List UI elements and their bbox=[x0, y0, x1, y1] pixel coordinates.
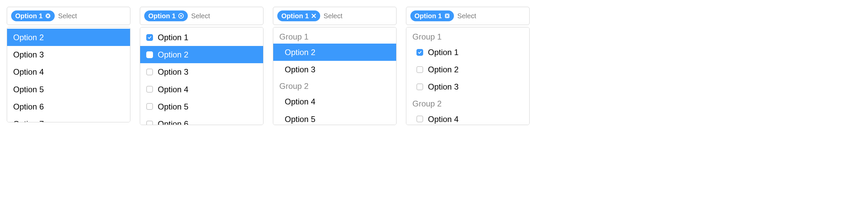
checkbox-icon bbox=[146, 103, 153, 110]
option-item[interactable]: Option 3 bbox=[406, 78, 529, 95]
checkbox-icon bbox=[416, 49, 423, 56]
checkbox-icon bbox=[416, 116, 423, 122]
option-item[interactable]: Option 6 bbox=[7, 98, 130, 115]
option-item[interactable]: Option 4 bbox=[273, 93, 396, 110]
option-item[interactable]: Option 3 bbox=[140, 63, 263, 80]
group-label: Group 1 bbox=[406, 29, 529, 44]
multiselect-grouped-checkbox: Option 1 Select Group 1 Option 1 Option … bbox=[406, 7, 530, 125]
checkbox-icon bbox=[146, 86, 153, 93]
checkbox-icon bbox=[146, 51, 153, 58]
option-item[interactable]: Option 3 bbox=[7, 46, 130, 63]
multiselect-grouped: Option 1 Select Group 1 Option 2 Option … bbox=[273, 7, 397, 125]
multiselect-simple: Option 1 Select Option 2 Option 3 Option… bbox=[7, 7, 130, 122]
remove-tag-icon[interactable] bbox=[444, 13, 450, 19]
multiselect-checkbox: Option 1 Select Option 1 Option 2 Option… bbox=[140, 7, 263, 125]
option-item[interactable]: Option 4 bbox=[140, 81, 263, 98]
dropdown-list[interactable]: Group 1 Option 2 Option 3 Group 2 Option… bbox=[273, 27, 397, 125]
option-item[interactable]: Option 3 bbox=[273, 61, 396, 78]
option-item[interactable]: Option 4 bbox=[7, 63, 130, 80]
select-input[interactable]: Option 1 Select bbox=[273, 7, 397, 25]
tag-label: Option 1 bbox=[281, 12, 309, 20]
placeholder-text: Select bbox=[324, 12, 342, 20]
checkbox-icon bbox=[416, 83, 423, 90]
checkbox-icon bbox=[146, 69, 153, 75]
placeholder-text: Select bbox=[191, 12, 210, 20]
checkbox-icon bbox=[146, 121, 153, 125]
option-item[interactable]: Option 5 bbox=[140, 98, 263, 115]
dropdown-list[interactable]: Option 2 Option 3 Option 4 Option 5 Opti… bbox=[7, 27, 130, 122]
placeholder-text: Select bbox=[58, 12, 77, 20]
group-label: Group 2 bbox=[273, 78, 396, 93]
option-item[interactable]: Option 4 bbox=[406, 111, 529, 125]
select-input[interactable]: Option 1 Select bbox=[140, 7, 263, 25]
selected-tag[interactable]: Option 1 bbox=[11, 10, 55, 21]
option-item[interactable]: Option 2 bbox=[7, 29, 130, 46]
svg-point-2 bbox=[180, 15, 182, 17]
dropdown-list[interactable]: Option 1 Option 2 Option 3 Option 4 Opti… bbox=[140, 27, 263, 125]
option-item[interactable]: Option 2 bbox=[273, 44, 396, 61]
select-input[interactable]: Option 1 Select bbox=[406, 7, 530, 25]
selected-tag[interactable]: Option 1 bbox=[144, 10, 188, 21]
option-item[interactable]: Option 2 bbox=[140, 46, 263, 63]
remove-tag-icon[interactable] bbox=[311, 14, 316, 18]
tag-label: Option 1 bbox=[15, 12, 43, 20]
option-item[interactable]: Option 1 bbox=[140, 29, 263, 46]
remove-tag-icon[interactable] bbox=[178, 13, 184, 19]
option-item[interactable]: Option 7 bbox=[7, 115, 130, 122]
option-item[interactable]: Option 2 bbox=[406, 61, 529, 78]
tag-label: Option 1 bbox=[148, 12, 176, 20]
placeholder-text: Select bbox=[457, 12, 476, 20]
remove-tag-icon[interactable] bbox=[45, 13, 51, 19]
option-item[interactable]: Option 1 bbox=[406, 44, 529, 61]
option-item[interactable]: Option 5 bbox=[7, 81, 130, 98]
option-item[interactable]: Option 5 bbox=[273, 111, 396, 125]
selected-tag[interactable]: Option 1 bbox=[277, 10, 320, 21]
tag-label: Option 1 bbox=[414, 12, 442, 20]
selected-tag[interactable]: Option 1 bbox=[410, 10, 454, 21]
group-label: Group 2 bbox=[406, 96, 529, 111]
group-label: Group 1 bbox=[273, 29, 396, 44]
dropdown-list[interactable]: Group 1 Option 1 Option 2 Option 3 Group… bbox=[406, 27, 530, 125]
option-item[interactable]: Option 6 bbox=[140, 115, 263, 125]
checkbox-icon bbox=[146, 34, 153, 41]
select-input[interactable]: Option 1 Select bbox=[7, 7, 130, 25]
checkbox-icon bbox=[416, 66, 423, 73]
